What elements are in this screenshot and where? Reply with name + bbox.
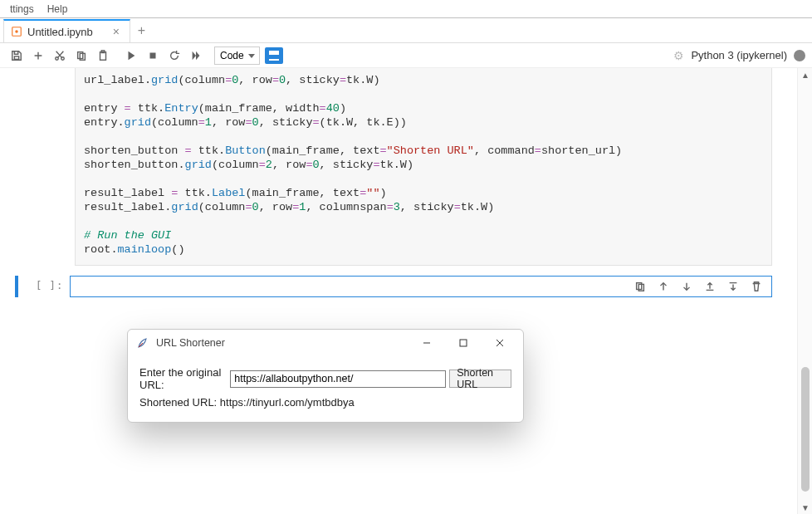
notebook-toolbar: Code ⚙ Python 3 (ipykernel)	[0, 43, 812, 68]
notebook-body: url_label.grid(column=0, row=0, sticky=t…	[0, 68, 812, 514]
cell-prompt: [ ]:	[27, 276, 70, 297]
delete-cell-button[interactable]	[746, 277, 767, 296]
active-cell: [ ]:	[15, 276, 772, 297]
scroll-thumb[interactable]	[801, 367, 810, 492]
tk-body: Enter the original URL: Shorten URL Shor…	[128, 356, 523, 422]
duplicate-cell-button[interactable]	[629, 277, 651, 296]
shortened-url-label: Shortened URL: https://tinyurl.com/ymtbd…	[139, 396, 511, 409]
vertical-scrollbar[interactable]: ▲ ▼	[797, 68, 812, 514]
cut-button[interactable]	[50, 46, 70, 66]
tabstrip: Untitled.ipynb × +	[0, 18, 812, 43]
tk-feather-icon	[136, 336, 149, 350]
menubar: ttings Help	[0, 0, 812, 18]
maximize-button[interactable]	[445, 331, 482, 355]
menu-help[interactable]: Help	[41, 2, 75, 17]
code-cell[interactable]: url_label.grid(column=0, row=0, sticky=t…	[75, 68, 772, 266]
move-up-button[interactable]	[653, 277, 674, 296]
add-cell-button[interactable]	[28, 46, 48, 66]
celltype-select[interactable]: Code	[214, 47, 260, 65]
url-input[interactable]	[230, 370, 446, 388]
run-button[interactable]	[121, 46, 141, 66]
insert-below-button[interactable]	[722, 277, 744, 296]
gear-icon[interactable]: ⚙	[673, 49, 684, 62]
active-cell-indicator	[15, 276, 18, 297]
kernel-label[interactable]: Python 3 (ipykernel)	[691, 49, 787, 61]
add-tab-button[interactable]: +	[130, 19, 154, 42]
cell-toolbar	[629, 277, 767, 296]
close-icon[interactable]: ×	[113, 26, 120, 37]
stop-button[interactable]	[143, 46, 163, 66]
save-button[interactable]	[7, 46, 27, 66]
minimize-button[interactable]	[408, 331, 445, 355]
insert-above-button[interactable]	[699, 277, 721, 296]
run-all-button[interactable]	[186, 46, 206, 66]
kernel-status: ⚙ Python 3 (ipykernel)	[673, 49, 805, 62]
tab-untitled[interactable]: Untitled.ipynb ×	[3, 19, 130, 42]
svg-point-1	[15, 30, 18, 33]
restart-button[interactable]	[164, 46, 184, 66]
kernel-busy-indicator	[794, 50, 805, 61]
url-input-label: Enter the original URL:	[139, 366, 225, 391]
tk-titlebar[interactable]: URL Shortener	[128, 330, 523, 356]
svg-rect-9	[150, 52, 156, 58]
paste-button[interactable]	[93, 46, 113, 66]
menu-settings[interactable]: ttings	[3, 2, 41, 17]
scroll-down-icon[interactable]: ▼	[800, 502, 810, 512]
tk-window: URL Shortener Enter the original URL: Sh…	[127, 329, 524, 423]
copy-button[interactable]	[71, 46, 91, 66]
svg-rect-2	[14, 56, 18, 59]
svg-rect-12	[460, 340, 467, 346]
tk-window-title: URL Shortener	[156, 337, 225, 349]
move-down-button[interactable]	[676, 277, 697, 296]
tab-title: Untitled.ipynb	[27, 26, 93, 38]
close-window-button[interactable]	[482, 331, 518, 355]
render-toggle-button[interactable]	[265, 47, 283, 64]
scroll-up-icon[interactable]: ▲	[800, 70, 810, 80]
shorten-button[interactable]: Shorten URL	[449, 370, 511, 388]
notebook-icon	[11, 26, 22, 37]
